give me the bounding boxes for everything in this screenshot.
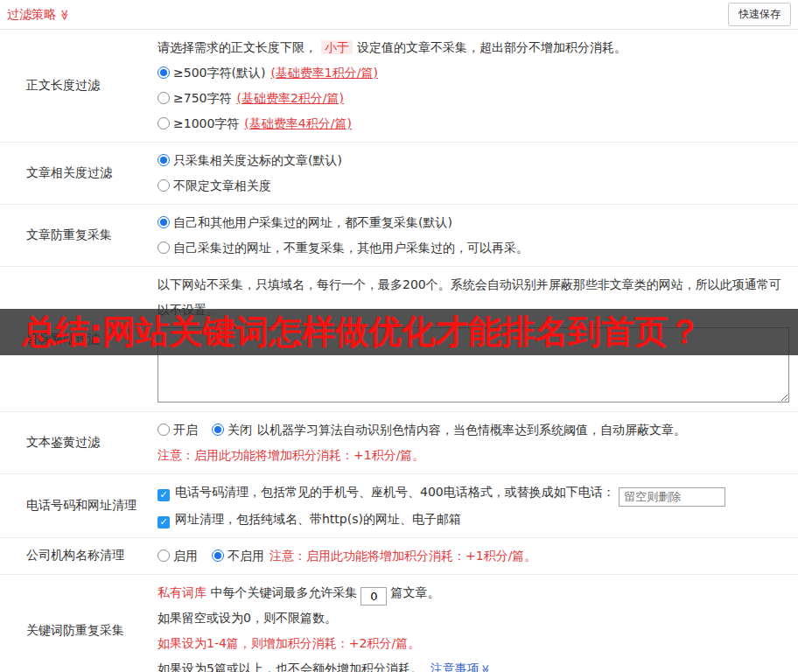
radio-500-note: (基础费率1积分/篇) xyxy=(270,66,378,80)
header-bar: 过滤策略 ≫ 快速保存 xyxy=(0,0,798,30)
radio-relevance-strict-label[interactable]: 只采集相关度达标的文章(默认) xyxy=(173,153,342,167)
radio-dedupe-all-users[interactable] xyxy=(158,216,170,228)
row-dedupe-collection: 文章防重复采集 自己和其他用户采集过的网址，都不重复采集(默认) 自己采集过的网… xyxy=(0,205,798,267)
radio-porn-off[interactable] xyxy=(212,424,224,436)
radio-dedupe-all-users-label[interactable]: 自己和其他用户采集过的网址，都不重复采集(默认) xyxy=(173,215,452,229)
keyword-limit-post: 篇文章。 xyxy=(390,585,439,599)
content-length-label: 正文长度过滤 xyxy=(0,30,158,142)
url-cleanup-label[interactable]: 网址清理，包括纯域名、带http(s)的网址、电子邮箱 xyxy=(175,512,461,526)
radio-750-label[interactable]: ≥750字符 xyxy=(173,91,231,105)
private-lexicon-link[interactable]: 私有词库 xyxy=(158,585,206,599)
checkbox-phone-cleanup[interactable] xyxy=(158,489,170,501)
radio-company-on[interactable] xyxy=(158,550,170,562)
porn-filter-warning: 注意：启用此功能将增加积分消耗：+1积分/篇。 xyxy=(158,443,789,468)
porn-filter-desc: 以机器学习算法自动识别色情内容，当色情概率达到系统阈值，自动屏蔽文章。 xyxy=(257,423,686,437)
row-porn-filter: 文本鉴黄过滤 开启关闭以机器学习算法自动识别色情内容，当色情概率达到系统阈值，自… xyxy=(0,411,798,474)
radio-dedupe-self-only-label[interactable]: 自己采集过的网址，不重复采集，其他用户采集过的，可以再采。 xyxy=(173,241,528,255)
dedupe-option-1: 自己和其他用户采集过的网址，都不重复采集(默认) xyxy=(158,210,789,235)
watermark-overlay: 总结:网站关键词怎样做优化才能排名到首页？ xyxy=(0,309,798,355)
phone-cleanup-line: 电话号码清理，包括常见的手机号、座机号、400电话格式，或替换成如下电话： xyxy=(158,480,789,507)
radio-750-chars[interactable] xyxy=(158,92,170,104)
relevance-option-1: 只采集相关度达标的文章(默认) xyxy=(158,148,789,173)
row-keyword-dedupe: 关键词防重复采集 私有词库 中每个关键词最多允许采集篇文章。 如果留空或设为0，… xyxy=(0,575,798,672)
radio-porn-off-label[interactable]: 关闭 xyxy=(228,423,252,437)
page-title: 过滤策略 xyxy=(7,7,56,23)
keyword-dedupe-label: 关键词防重复采集 xyxy=(0,575,158,672)
content-length-desc: 请选择需求的正文长度下限，小于设定值的文章不采集，超出部分不增加积分消耗。 xyxy=(158,35,789,60)
radio-1000-chars[interactable] xyxy=(158,117,170,130)
dedupe-label: 文章防重复采集 xyxy=(0,205,158,266)
url-cleanup-line: 网址清理，包括纯域名、带http(s)的网址、电子邮箱 xyxy=(158,507,789,532)
desc-post: 设定值的文章不采集，超出部分不增加积分消耗。 xyxy=(357,40,626,54)
radio-company-off[interactable] xyxy=(212,550,224,562)
phone-cleanup-label[interactable]: 电话号码清理，包括常见的手机号、座机号、400电话格式，或替换成如下电话： xyxy=(175,485,615,499)
porn-filter-label: 文本鉴黄过滤 xyxy=(0,412,158,473)
relevance-label: 文章相关度过滤 xyxy=(0,143,158,204)
keyword-limit-line: 私有词库 中每个关键词最多允许采集篇文章。 xyxy=(158,580,789,606)
radio-1000-label[interactable]: ≥1000字符 xyxy=(173,116,239,130)
company-label: 公司机构名称清理 xyxy=(0,538,158,574)
row-phone-url-cleanup: 电话号码和网址清理 电话号码清理，包括常见的手机号、座机号、400电话格式，或替… xyxy=(0,474,798,538)
company-warning: 注意：启用此功能将增加积分消耗：+1积分/篇。 xyxy=(270,549,536,563)
max-articles-input[interactable] xyxy=(360,587,387,606)
radio-company-off-label[interactable]: 不启用 xyxy=(228,549,264,563)
checkbox-url-cleanup[interactable] xyxy=(158,516,170,528)
relevance-option-2: 不限定文章相关度 xyxy=(158,173,789,199)
length-option-1000: ≥1000字符(基础费率4积分/篇) xyxy=(158,111,789,136)
desc-pre: 请选择需求的正文长度下限， xyxy=(158,40,317,54)
radio-1000-note: (基础费率4积分/篇) xyxy=(244,116,352,130)
chevron-down-icon[interactable]: ≫ xyxy=(59,9,71,20)
quick-save-button[interactable]: 快速保存 xyxy=(728,3,791,26)
radio-porn-on[interactable] xyxy=(158,424,170,436)
row-relevance-filter: 文章相关度过滤 只采集相关度达标的文章(默认) 不限定文章相关度 xyxy=(0,143,798,205)
radio-company-on-label[interactable]: 启用 xyxy=(173,549,198,563)
length-option-500: ≥500字符(默认)(基础费率1积分/篇) xyxy=(158,60,789,86)
keyword-note-1-4: 如果设为1-4篇，则增加积分消耗：+2积分/篇。 xyxy=(158,631,789,656)
radio-porn-on-label[interactable]: 开启 xyxy=(173,423,198,437)
row-company-cleanup: 公司机构名称清理 启用不启用注意：启用此功能将增加积分消耗：+1积分/篇。 xyxy=(0,538,798,575)
chevron-down-icon-blue[interactable]: ≫ xyxy=(472,664,498,672)
radio-500-chars[interactable] xyxy=(158,66,170,79)
radio-dedupe-self-only[interactable] xyxy=(158,242,170,254)
keyword-limit-mid: 中每个关键词最多允许采集 xyxy=(206,585,357,599)
page-title-wrap: 过滤策略 ≫ xyxy=(7,7,71,23)
length-option-750: ≥750字符(基础费率2积分/篇) xyxy=(158,86,789,111)
desc-highlight: 小于 xyxy=(321,40,353,54)
row-content-length-filter: 正文长度过滤 请选择需求的正文长度下限，小于设定值的文章不采集，超出部分不增加积… xyxy=(0,30,798,143)
radio-relevance-any-label[interactable]: 不限定文章相关度 xyxy=(173,178,271,192)
porn-filter-options: 开启关闭以机器学习算法自动识别色情内容，当色情概率达到系统阈值，自动屏蔽文章。 xyxy=(158,417,789,443)
keyword-note-zero: 如果留空或设为0，则不限篇数。 xyxy=(158,606,789,631)
keyword-note-5plus: 如果设为5篇或以上，也不会额外增加积分消耗。 注意事项≫ xyxy=(158,656,789,672)
phone-url-label: 电话号码和网址清理 xyxy=(0,474,158,537)
watermark-text: 总结:网站关键词怎样做优化才能排名到首页？ xyxy=(23,310,701,354)
company-options: 启用不启用注意：启用此功能将增加积分消耗：+1积分/篇。 xyxy=(158,543,789,569)
radio-500-label[interactable]: ≥500字符(默认) xyxy=(173,66,265,80)
radio-relevance-any[interactable] xyxy=(158,179,170,192)
keyword-note-5plus-text: 如果设为5篇或以上，也不会额外增加积分消耗。 xyxy=(158,662,423,672)
radio-750-note: (基础费率2积分/篇) xyxy=(236,91,344,105)
replacement-phone-input[interactable] xyxy=(619,487,725,507)
radio-relevance-strict[interactable] xyxy=(158,154,170,166)
dedupe-option-2: 自己采集过的网址，不重复采集，其他用户采集过的，可以再采。 xyxy=(158,235,789,261)
